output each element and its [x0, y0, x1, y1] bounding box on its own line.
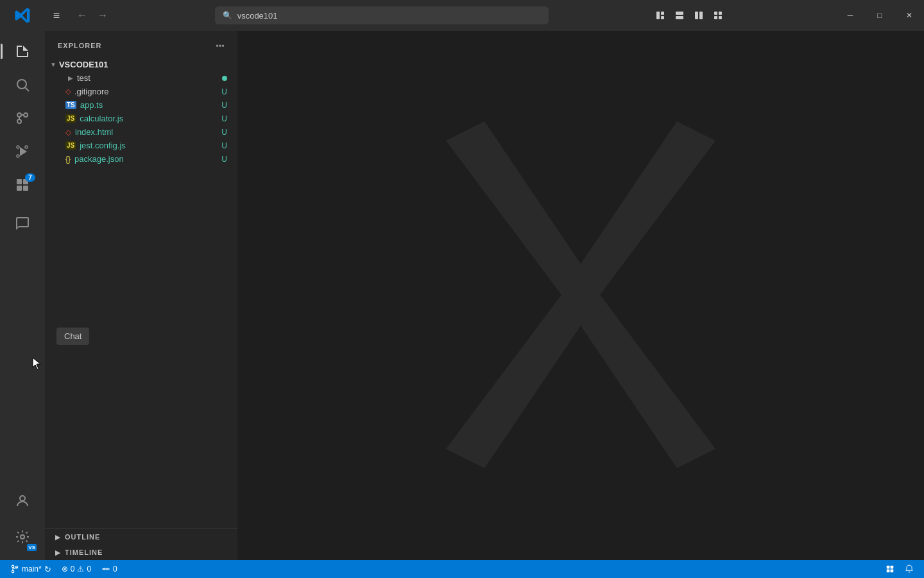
- js-file-icon-jest: JS: [65, 141, 76, 150]
- index-html-name: index.html: [75, 127, 113, 137]
- svg-rect-3: [676, 12, 683, 15]
- sidebar-item-run-debug[interactable]: [7, 136, 38, 167]
- layout-button-1[interactable]: [651, 6, 669, 24]
- svg-rect-24: [17, 186, 22, 191]
- customize-layout-button[interactable]: [709, 6, 727, 24]
- index-html-status-badge: U: [221, 128, 227, 137]
- menu-button[interactable]: ≡: [45, 9, 68, 22]
- svg-line-12: [26, 88, 30, 92]
- file-item-gitignore[interactable]: ◇ .gitignore U: [45, 85, 237, 98]
- nav-buttons: ← →: [73, 6, 112, 24]
- svg-rect-22: [17, 179, 22, 184]
- activity-bar: 7 VS: [0, 31, 45, 560]
- outline-chevron-right-icon: ▶: [55, 534, 61, 541]
- folder-chevron-down-icon: ▼: [50, 61, 56, 68]
- sidebar-item-search[interactable]: [7, 69, 38, 100]
- sidebar-more-button[interactable]: •••: [213, 39, 227, 53]
- git-file-icon: ◇: [65, 87, 71, 96]
- status-ports[interactable]: 0: [96, 560, 123, 578]
- svg-point-14: [17, 119, 21, 123]
- package-json-status-badge: U: [221, 155, 227, 164]
- svg-rect-0: [656, 12, 660, 19]
- svg-point-27: [21, 535, 24, 539]
- ports-count: 0: [113, 565, 117, 574]
- status-bell[interactable]: [900, 565, 919, 574]
- svg-point-26: [20, 496, 25, 501]
- statusbar-right: [880, 565, 919, 574]
- timeline-label: TIMELINE: [65, 548, 103, 556]
- svg-rect-6: [699, 12, 703, 19]
- sidebar-item-extensions[interactable]: 7: [7, 170, 38, 200]
- svg-rect-25: [23, 186, 28, 191]
- file-item-calculator-js[interactable]: JS calculator.js U: [45, 112, 237, 125]
- jest-config-name: jest.config.js: [80, 141, 126, 150]
- main-layout: 7 VS: [0, 31, 924, 560]
- sync-icon: ↻: [44, 565, 51, 574]
- titlebar-actions: [651, 6, 727, 24]
- test-modified-badge: [222, 76, 227, 81]
- root-folder[interactable]: ▼ VSCODE101: [45, 58, 237, 71]
- maximize-button[interactable]: □: [865, 0, 894, 31]
- gitignore-status-badge: U: [221, 87, 227, 96]
- ts-file-icon: TS: [65, 101, 76, 109]
- svg-point-21: [25, 146, 28, 148]
- app-ts-status-badge: U: [221, 101, 227, 110]
- error-count: 0: [71, 565, 75, 574]
- svg-point-19: [17, 146, 19, 148]
- titlebar: ≡ ← → 🔍 vscode101: [0, 0, 924, 31]
- root-folder-name: VSCODE101: [59, 60, 108, 69]
- svg-point-11: [17, 80, 26, 89]
- outline-section[interactable]: ▶ OUTLINE: [45, 529, 237, 545]
- window-controls: ─ □ ✕: [835, 0, 924, 31]
- editor-area: [237, 31, 924, 560]
- app-logo: [0, 6, 45, 24]
- sidebar-item-chat[interactable]: [7, 208, 38, 239]
- layout-button-2[interactable]: [671, 6, 689, 24]
- gitignore-name: .gitignore: [74, 87, 108, 96]
- json-file-icon: {}: [65, 155, 71, 164]
- activity-bar-bottom: VS: [7, 486, 38, 555]
- svg-point-32: [104, 568, 105, 570]
- sidebar-title: EXPLORER: [58, 42, 102, 49]
- file-item-jest-config[interactable]: JS jest.config.js U: [45, 139, 237, 152]
- close-button[interactable]: ✕: [894, 0, 924, 31]
- file-item-app-ts[interactable]: TS app.ts U: [45, 98, 237, 112]
- search-bar[interactable]: 🔍 vscode101: [215, 6, 549, 24]
- svg-rect-40: [891, 570, 894, 573]
- settings-vs-badge: VS: [27, 544, 37, 551]
- sidebar-item-explorer[interactable]: [7, 36, 38, 67]
- outline-label: OUTLINE: [65, 533, 100, 541]
- package-json-name: package.json: [74, 154, 124, 164]
- svg-rect-9: [714, 16, 717, 19]
- svg-rect-2: [661, 16, 664, 19]
- timeline-chevron-right-icon: ▶: [55, 549, 61, 556]
- svg-rect-8: [719, 12, 722, 15]
- search-text: vscode101: [237, 11, 541, 21]
- sidebar: EXPLORER ••• ▼ VSCODE101 ▶ test: [45, 31, 237, 560]
- status-errors[interactable]: ⊗ 0 ⚠ 0: [56, 560, 96, 578]
- forward-button[interactable]: →: [94, 6, 112, 24]
- svg-rect-37: [887, 566, 890, 569]
- layout-button-3[interactable]: [690, 6, 708, 24]
- file-item-index-html[interactable]: ◇ index.html U: [45, 125, 237, 139]
- statusbar: main* ↻ ⊗ 0 ⚠ 0 0: [0, 560, 924, 578]
- bell-icon: [905, 565, 914, 574]
- timeline-section[interactable]: ▶ TIMELINE: [45, 545, 237, 560]
- file-item-test[interactable]: ▶ test: [45, 71, 237, 85]
- sidebar-item-source-control[interactable]: [7, 103, 38, 134]
- jest-config-status-badge: U: [221, 141, 227, 150]
- sidebar-item-settings[interactable]: VS: [7, 521, 38, 552]
- error-icon: ⊗: [62, 565, 68, 574]
- vscode-watermark: [388, 102, 773, 489]
- file-item-package-json[interactable]: {} package.json U: [45, 152, 237, 166]
- sidebar-item-account[interactable]: [7, 486, 38, 516]
- minimize-button[interactable]: ─: [835, 0, 865, 31]
- status-extensions-icon[interactable]: [880, 565, 900, 574]
- svg-point-29: [12, 570, 14, 573]
- sidebar-header-actions: •••: [213, 39, 227, 53]
- calculator-js-name: calculator.js: [80, 114, 123, 123]
- status-branch[interactable]: main* ↻: [5, 560, 56, 578]
- svg-point-33: [107, 568, 108, 570]
- back-button[interactable]: ←: [73, 6, 91, 24]
- app-ts-name: app.ts: [80, 100, 103, 110]
